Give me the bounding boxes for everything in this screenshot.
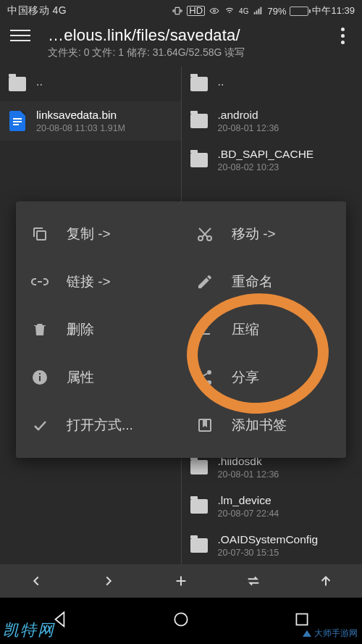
bottom-toolbar <box>0 564 362 598</box>
wifi-icon <box>224 6 235 16</box>
watermark-left: 凯特网 <box>3 619 55 641</box>
folder-meta: 20-08-02 10:23 <box>218 162 355 172</box>
link-item[interactable]: 链接 -> <box>16 262 181 301</box>
folder-row[interactable]: .BD_SAPI_CACHE 20-08-02 10:23 <box>182 141 363 180</box>
link-label: 链接 -> <box>67 272 111 291</box>
status-bar: 中国移动 4G HD 4G 79% 中午11:39 <box>0 0 362 22</box>
share-label: 分享 <box>232 368 259 387</box>
watermark-logo-icon <box>303 630 311 637</box>
folder-name: .lm_device <box>218 494 355 507</box>
move-item[interactable]: 移动 -> <box>181 214 346 254</box>
watermark-right-text: 大师手游网 <box>314 627 358 640</box>
folder-icon <box>9 77 26 91</box>
rename-label: 重命名 <box>232 272 273 291</box>
bookmark-item[interactable]: 添加书签 <box>181 406 346 445</box>
folder-row[interactable]: .lm_device 20-08-07 22:44 <box>182 487 363 526</box>
swap-button[interactable] <box>217 573 290 589</box>
svg-rect-6 <box>39 376 41 381</box>
up-row[interactable]: .. <box>182 67 363 101</box>
compress-icon <box>195 320 214 339</box>
nav-back-button[interactable] <box>0 573 72 589</box>
move-label: 移动 -> <box>232 225 276 243</box>
svg-point-10 <box>207 380 211 385</box>
overflow-icon[interactable] <box>333 28 352 44</box>
info-icon <box>30 368 49 387</box>
battery-pct: 79% <box>267 6 286 17</box>
file-row[interactable]: linksavedata.bin 20-08-08 11:03 1.91M <box>0 101 181 141</box>
svg-rect-7 <box>39 373 41 375</box>
openwith-item[interactable]: 打开方式... <box>16 406 181 445</box>
watermark-right: 大师手游网 <box>303 627 358 640</box>
openwith-label: 打开方式... <box>67 416 133 435</box>
carrier-label: 中国移动 4G <box>7 4 67 17</box>
clock: 中午11:39 <box>312 4 355 17</box>
folder-icon <box>190 114 208 128</box>
app-bar: …elous.link/files/savedata/ <box>0 22 362 46</box>
svg-rect-13 <box>296 614 307 624</box>
up-label: .. <box>36 75 174 93</box>
folder-name: .BD_SAPI_CACHE <box>218 148 355 161</box>
delete-icon <box>30 320 49 339</box>
battery-icon <box>290 7 308 16</box>
folder-icon <box>190 460 208 474</box>
folder-icon <box>190 538 208 553</box>
folder-icon <box>190 153 208 167</box>
info-label: 属性 <box>67 368 94 387</box>
hd-badge: HD <box>187 6 205 16</box>
svg-rect-2 <box>37 231 46 240</box>
svg-point-3 <box>198 236 203 241</box>
svg-point-4 <box>207 236 211 241</box>
vibrate-icon <box>172 6 183 16</box>
path-title[interactable]: …elous.link/files/savedata/ <box>48 26 333 45</box>
copy-item[interactable]: 复制 -> <box>16 214 181 254</box>
cut-icon <box>195 225 214 243</box>
folder-meta: 20-08-07 22:44 <box>218 509 355 519</box>
link-icon <box>30 272 49 291</box>
up-button[interactable] <box>290 573 362 589</box>
file-icon <box>9 111 25 131</box>
delete-label: 删除 <box>67 320 94 339</box>
menu-icon[interactable] <box>10 30 32 42</box>
network-label: 4G <box>239 7 248 15</box>
info-item[interactable]: 属性 <box>16 358 181 397</box>
bookmark-label: 添加书签 <box>232 416 287 435</box>
status-icons: HD 4G 79% 中午11:39 <box>172 4 355 17</box>
nav-forward-button[interactable] <box>72 573 145 589</box>
rename-icon <box>195 272 214 291</box>
up-label: .. <box>218 75 355 93</box>
folder-name: .android <box>218 109 355 122</box>
copy-icon <box>30 225 49 243</box>
nav-home-icon[interactable] <box>163 601 199 640</box>
folder-meta: 20-08-01 12:36 <box>218 123 355 133</box>
bookmark-icon <box>195 416 214 435</box>
up-row[interactable]: .. <box>0 67 181 101</box>
copy-label: 复制 -> <box>67 225 111 243</box>
folder-icon <box>190 499 208 514</box>
share-icon <box>195 368 214 387</box>
folder-icon <box>190 77 208 91</box>
eye-icon <box>209 6 220 16</box>
rename-item[interactable]: 重命名 <box>181 262 346 301</box>
svg-rect-0 <box>175 7 180 14</box>
delete-item[interactable]: 删除 <box>16 310 181 349</box>
add-button[interactable] <box>145 573 217 589</box>
file-meta: 20-08-08 11:03 1.91M <box>36 123 174 133</box>
storage-subtitle: 文件夹: 0 文件: 1 储存: 31.64G/52.58G 读写 <box>0 46 362 67</box>
folder-row[interactable]: .android 20-08-01 12:36 <box>182 101 363 141</box>
folder-row[interactable]: .OAIDSystemConfig 20-07-30 15:15 <box>182 526 363 565</box>
file-name: linksavedata.bin <box>36 109 174 122</box>
compress-item[interactable]: 压缩 <box>181 310 346 349</box>
svg-point-8 <box>207 370 211 375</box>
svg-point-12 <box>174 613 187 625</box>
signal-icon <box>252 6 264 16</box>
context-menu: 复制 -> 移动 -> 链接 -> 重命名 删除 压缩 属性 分享 打开方式..… <box>16 201 346 458</box>
folder-meta: 20-08-01 12:36 <box>218 469 355 480</box>
svg-point-1 <box>214 10 216 12</box>
folder-name: .OAIDSystemConfig <box>218 533 355 546</box>
folder-meta: 20-07-30 15:15 <box>218 548 355 558</box>
svg-point-9 <box>198 375 203 380</box>
share-item[interactable]: 分享 <box>181 358 346 397</box>
openwith-icon <box>30 416 49 435</box>
compress-label: 压缩 <box>232 320 259 339</box>
